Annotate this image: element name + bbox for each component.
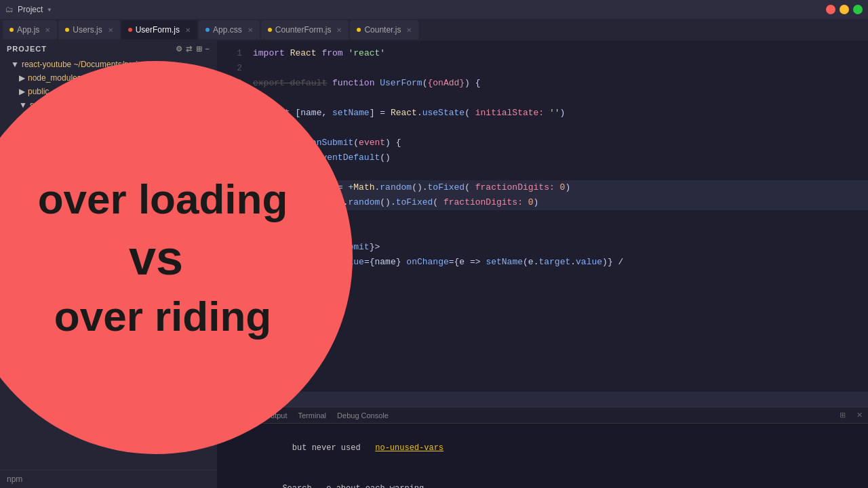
project-icon: 🗂 <box>5 5 14 15</box>
npm-label[interactable]: npm <box>7 474 22 484</box>
terminal-tab-debug[interactable]: Debug Console <box>337 411 389 420</box>
tab-dot-app-css <box>205 28 210 32</box>
tab-label-users-js: Users.js <box>73 25 102 35</box>
tab-label-counterform-js: CounterForm.js <box>275 25 332 35</box>
tree-label-node-modules: node_modules <box>28 73 81 83</box>
tab-userform-js[interactable]: UserForm.js ✕ <box>121 20 197 39</box>
main-area: Project ⚙ ⇄ ⊞ − ▼ react-youtube ~/Docume… <box>0 41 868 488</box>
file-icon-app-css: 📄 <box>27 114 37 123</box>
tree-item-counter[interactable]: 📄 Counter.js <box>0 152 217 166</box>
code-line-14: onSubmit={onSubmit}> <box>253 240 868 255</box>
tab-dot-users-js <box>65 28 69 32</box>
tab-label-counter-js: Counter.js <box>364 25 401 35</box>
tab-label-app-css: App.css <box>213 25 242 35</box>
code-line-12 <box>253 210 868 225</box>
tab-dot-app-js <box>9 28 14 32</box>
tree-item-cou[interactable]: 📄 Cou... <box>0 166 217 180</box>
terminal-line-3: Search e about each warning. <box>224 468 861 488</box>
chevron-down-icon: ▼ <box>11 60 19 69</box>
chevron-down-icon-src: ▼ <box>19 100 27 110</box>
terminal-icon-split[interactable]: ⊞ <box>840 411 846 420</box>
file-icon-counter: 📄 <box>27 155 37 164</box>
terminal-tabs: Problems Output Terminal Debug Console ⊞… <box>217 407 868 424</box>
tab-close-userform-js[interactable]: ✕ <box>185 26 191 34</box>
code-line-4 <box>253 91 868 106</box>
sidebar-title: Project <box>7 45 47 53</box>
tab-close-app-js[interactable]: ✕ <box>45 26 50 34</box>
tab-close-counterform-js[interactable]: ✕ <box>336 26 342 34</box>
editor-panel: 1234 567 891011 12131415 import React fr… <box>217 41 868 488</box>
tree-item-root[interactable]: ▼ react-youtube ~/Documents/projects/ra <box>0 58 217 71</box>
title-bar: 🗂 Project ▾ <box>0 0 868 19</box>
tree-label-cou: Cou... <box>40 168 62 178</box>
line-numbers: 1234 567 891011 12131415 <box>217 41 248 392</box>
tab-bar: App.js ✕ Users.js ✕ UserForm.js ✕ App.cs… <box>0 19 868 41</box>
tree-item-app-css[interactable]: 📄 App.css <box>0 112 217 125</box>
tree-item-public[interactable]: ▶ public <box>0 85 217 98</box>
code-line-6 <box>253 121 868 136</box>
code-content[interactable]: 1234 567 891011 12131415 import React fr… <box>217 41 868 392</box>
code-line-2 <box>253 61 868 76</box>
tab-label-app-js: App.js <box>17 25 39 35</box>
window-controls <box>826 5 863 14</box>
file-icon-app-test: 📄 <box>27 141 37 150</box>
tab-dot-userform-js <box>128 28 132 32</box>
file-tree: ▼ react-youtube ~/Documents/projects/ra … <box>0 58 217 470</box>
tab-label-userform-js: UserForm.js <box>136 25 180 35</box>
terminal-tab-problems[interactable]: Problems <box>222 411 254 420</box>
tab-close-users-js[interactable]: ✕ <box>108 26 113 34</box>
tree-item-node-modules[interactable]: ▶ node_modules library root <box>0 71 217 85</box>
no-unused-vars-link[interactable]: no-unused-vars <box>375 443 443 453</box>
code-line-10: const rand1 = +Math.random().toFixed( fr… <box>253 180 868 195</box>
tab-counterform-js[interactable]: CounterForm.js ✕ <box>261 20 349 39</box>
breadcrumb-item-1: onSubmit() <box>224 395 260 403</box>
terminal-text-1: but never used <box>282 443 375 453</box>
code-line-11: rand1 = +Math.random().toFixed( fraction… <box>253 195 868 210</box>
tree-label-app-css: App.css <box>40 114 69 123</box>
chevron-right-icon: ▶ <box>19 73 25 83</box>
tree-label-app-test: App.test.js <box>40 141 78 150</box>
close-button[interactable] <box>826 5 835 14</box>
breadcrumb-separator: › <box>263 395 266 403</box>
tab-close-counter-js[interactable]: ✕ <box>406 26 412 34</box>
tree-item-app-test[interactable]: 📄 App.test.js <box>0 139 217 152</box>
tree-label-public: public <box>28 87 49 96</box>
tree-label-counter: Counter.js <box>40 155 77 164</box>
tab-close-app-css[interactable]: ✕ <box>248 26 253 34</box>
code-line-15: type="text" value={name} onChange={e => … <box>253 255 868 270</box>
maximize-button[interactable] <box>853 5 863 14</box>
sidebar-icon-settings[interactable]: ⚙ ⇄ ⊞ − <box>176 45 210 54</box>
code-line-3: export default function UserForm({onAdd}… <box>253 76 868 91</box>
tab-app-js[interactable]: App.js ✕ <box>3 20 57 39</box>
terminal-icon-close[interactable]: ✕ <box>856 411 863 420</box>
tab-app-css[interactable]: App.css ✕ <box>199 20 260 39</box>
tree-item-app-js[interactable]: 📄 App.js <box>0 125 217 139</box>
sidebar: Project ⚙ ⇄ ⊞ − ▼ react-youtube ~/Docume… <box>0 41 217 488</box>
node-modules-sublabel: library root <box>87 74 122 82</box>
tab-dot-counterform-js <box>268 28 272 32</box>
dropdown-icon[interactable]: ▾ <box>47 5 52 15</box>
terminal-tab-output[interactable]: Output <box>264 411 287 420</box>
terminal-content: but never used no-unused-vars Search e a… <box>217 424 868 488</box>
terminal-tab-terminal[interactable]: Terminal <box>298 411 327 420</box>
terminal-search-label: Search <box>282 484 311 488</box>
ide-container: 🗂 Project ▾ App.js ✕ Users.js ✕ UserForm… <box>0 0 868 488</box>
chevron-right-icon-public: ▶ <box>19 87 25 96</box>
code-line-8: event.preventDefault() <box>253 150 868 165</box>
terminal-panel: Problems Output Terminal Debug Console ⊞… <box>217 407 868 488</box>
tree-label-app-js: App.js <box>40 127 62 137</box>
terminal-text-2: e about each warning. <box>312 484 429 488</box>
code-editor: 1234 567 891011 12131415 import React fr… <box>217 41 868 392</box>
code-text[interactable]: import React from 'react' export default… <box>248 41 868 392</box>
file-icon-cou: 📄 <box>27 168 37 178</box>
tab-users-js[interactable]: Users.js ✕ <box>58 20 119 39</box>
window-title: Project <box>18 5 43 14</box>
code-line-13 <box>253 225 868 240</box>
tab-counter-js[interactable]: Counter.js ✕ <box>350 20 418 39</box>
terminal-line-1: but never used no-unused-vars <box>224 428 861 468</box>
tree-item-src[interactable]: ▼ src <box>0 98 217 112</box>
sidebar-header: Project ⚙ ⇄ ⊞ − <box>0 41 217 58</box>
minimize-button[interactable] <box>840 5 849 14</box>
breadcrumb-item-2: rand1 <box>268 395 287 403</box>
tree-label-src: src <box>30 100 41 110</box>
